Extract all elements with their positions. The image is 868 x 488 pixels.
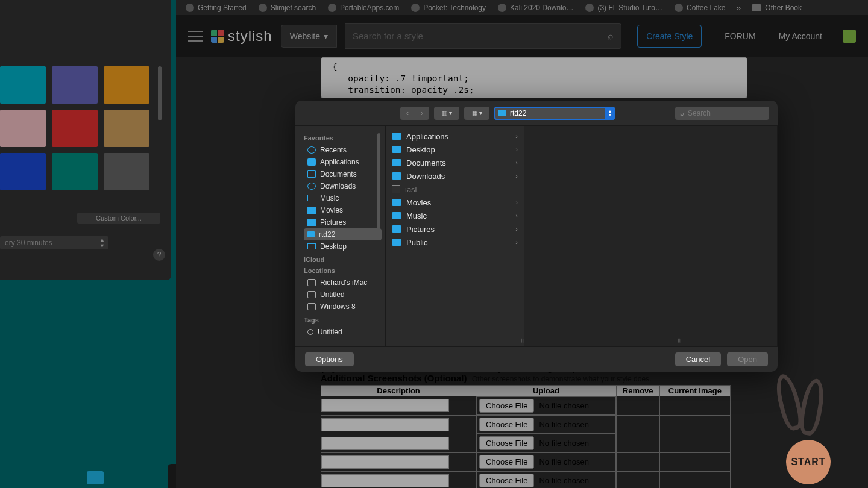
bunny-ear-icon xyxy=(797,377,827,437)
file-dialog-columns: Applications›Desktop›Documents›Downloads… xyxy=(386,126,778,346)
sidebar-group-tags: Tags xyxy=(304,316,382,324)
sidebar-icon xyxy=(307,158,316,166)
folder-icon xyxy=(392,172,401,180)
start-label: START xyxy=(791,457,825,468)
sidebar-item[interactable]: Applications xyxy=(304,156,382,168)
columns-icon: ▥ xyxy=(442,110,447,116)
sidebar-icon xyxy=(307,243,316,249)
path-label: rtd22 xyxy=(510,109,526,117)
sidebar-item[interactable]: Documents xyxy=(304,168,382,180)
path-dropdown[interactable]: rtd22 ▲▼ xyxy=(494,107,615,120)
sidebar-item[interactable]: Untitled xyxy=(304,326,382,338)
sidebar-icon xyxy=(307,195,316,201)
chevron-right-icon: › xyxy=(515,146,518,153)
folder-icon xyxy=(498,110,506,116)
file-item[interactable]: Movies› xyxy=(386,196,524,209)
sidebar-icon xyxy=(307,183,316,190)
sidebar-icon xyxy=(307,219,316,226)
chevron-right-icon: › xyxy=(515,212,518,219)
sidebar-group-favorites: Favorites xyxy=(304,134,382,142)
sidebar-icon xyxy=(307,279,316,286)
file-item[interactable]: iasl xyxy=(386,183,524,196)
columns-view-button[interactable]: ▥▾ xyxy=(434,107,459,120)
sidebar-item[interactable]: Movies xyxy=(304,204,382,216)
file-item[interactable]: Desktop› xyxy=(386,143,524,156)
file-column-3 xyxy=(681,126,778,346)
sidebar-item[interactable]: Recents xyxy=(304,144,382,156)
sidebar-scrollbar[interactable] xyxy=(377,133,380,230)
file-item[interactable]: Downloads› xyxy=(386,169,524,183)
sidebar-item[interactable]: Windows 8 xyxy=(304,301,382,313)
sidebar-item[interactable]: Richard's iMac xyxy=(304,277,382,289)
grid-icon: ▦ xyxy=(472,110,477,116)
sidebar-item[interactable]: rtd22 xyxy=(304,228,382,240)
sidebar-group-locations: Locations xyxy=(304,267,382,274)
sidebar-item[interactable]: Music xyxy=(304,192,382,204)
file-column-1: Applications›Desktop›Documents›Downloads… xyxy=(386,126,524,346)
sidebar-item[interactable]: Untitled xyxy=(304,289,382,301)
chevron-right-icon: › xyxy=(515,199,518,206)
file-dialog-search[interactable]: ⌕ xyxy=(675,107,769,120)
sidebar-icon xyxy=(307,231,315,237)
folder-icon xyxy=(392,239,401,246)
search-icon: ⌕ xyxy=(680,110,684,117)
chevron-right-icon: › xyxy=(515,225,518,233)
folder-icon xyxy=(392,146,401,153)
file-open-dialog: ‹ › ▥▾ ▦▾ rtd22 ▲▼ ⌕ Favorites RecentsAp… xyxy=(295,101,778,372)
open-button[interactable]: Open xyxy=(727,352,768,366)
grid-group-button[interactable]: ▦▾ xyxy=(464,107,489,120)
folder-icon xyxy=(392,199,401,206)
chevron-right-icon: › xyxy=(515,133,518,140)
sidebar-item[interactable]: Downloads xyxy=(304,180,382,192)
folder-icon xyxy=(392,212,401,219)
folder-icon xyxy=(392,225,401,233)
file-item[interactable]: Applications› xyxy=(386,130,524,143)
updown-icon: ▲▼ xyxy=(605,107,615,120)
file-dialog-toolbar: ‹ › ▥▾ ▦▾ rtd22 ▲▼ ⌕ xyxy=(295,101,778,126)
sidebar-item[interactable]: Pictures xyxy=(304,216,382,228)
file-item[interactable]: Pictures› xyxy=(386,222,524,236)
folder-icon xyxy=(392,159,401,166)
file-item[interactable]: Documents› xyxy=(386,156,524,169)
file-icon xyxy=(392,185,400,193)
column-resize-handle[interactable]: ॥ xyxy=(520,337,523,344)
file-column-2: ॥ xyxy=(524,126,681,346)
sidebar-icon xyxy=(307,170,316,178)
chevron-right-icon: › xyxy=(515,239,518,246)
sidebar-icon xyxy=(307,207,316,214)
nav-forward-button[interactable]: › xyxy=(415,107,429,120)
chevron-down-icon: ▾ xyxy=(449,110,452,116)
sidebar-icon xyxy=(307,146,316,154)
chevron-down-icon: ▾ xyxy=(479,110,482,116)
options-button[interactable]: Options xyxy=(305,352,354,366)
file-dialog-sidebar: Favorites RecentsApplicationsDocumentsDo… xyxy=(295,126,386,346)
chevron-right-icon: › xyxy=(515,159,518,166)
sidebar-group-icloud: iCloud xyxy=(304,256,382,263)
sidebar-icon xyxy=(307,329,313,335)
sidebar-item[interactable]: Desktop xyxy=(304,240,382,252)
start-mascot[interactable]: START xyxy=(763,374,854,488)
file-item[interactable]: Public› xyxy=(386,236,524,249)
file-dialog-search-input[interactable] xyxy=(688,109,764,117)
file-dialog-footer: Options Cancel Open xyxy=(295,346,778,372)
nav-back-button[interactable]: ‹ xyxy=(400,107,415,120)
file-item[interactable]: Music› xyxy=(386,209,524,222)
sidebar-icon xyxy=(307,291,316,298)
sidebar-icon xyxy=(307,303,316,310)
cancel-button[interactable]: Cancel xyxy=(675,352,721,366)
column-resize-handle[interactable]: ॥ xyxy=(677,337,680,344)
chevron-right-icon: › xyxy=(515,172,518,180)
folder-icon xyxy=(392,133,401,140)
